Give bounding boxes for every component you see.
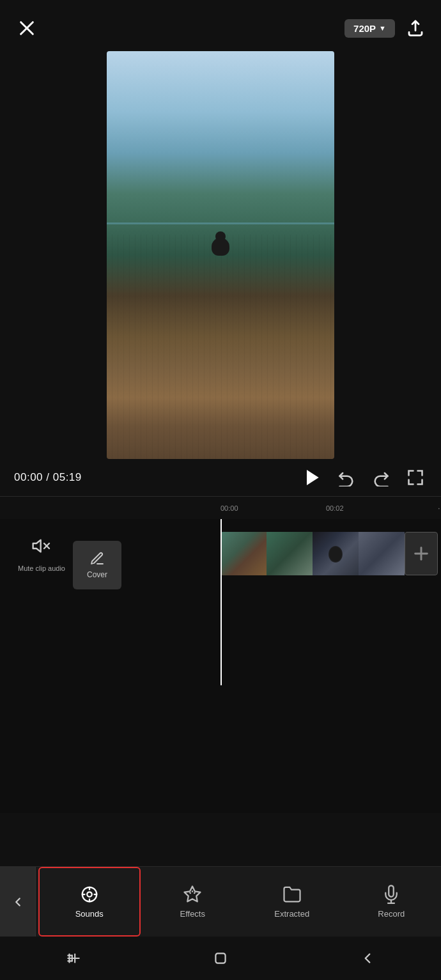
svg-line-13 [194, 893, 195, 894]
top-right-controls: 720P ▼ [344, 17, 427, 40]
playhead [220, 519, 222, 685]
strip-thumb-1 [220, 532, 267, 575]
video-strip [220, 532, 438, 575]
timeline-empty [0, 685, 441, 813]
export-button[interactable] [404, 17, 427, 40]
tab-extracted[interactable]: Extracted [242, 867, 342, 937]
strip-thumb-2 [267, 532, 313, 575]
timeline-tick-dot: · [438, 503, 440, 513]
strip-thumb-3 [313, 532, 359, 575]
effects-label: Effects [180, 909, 205, 919]
nav-back-button[interactable] [0, 867, 36, 937]
record-label: Record [378, 909, 405, 919]
mini-bird [329, 546, 343, 563]
tab-record[interactable]: Record [342, 867, 442, 937]
svg-line-12 [190, 893, 191, 894]
bird-body [212, 238, 229, 256]
total-time: 05:19 [53, 471, 82, 483]
bird-figure [208, 231, 233, 263]
system-home-button[interactable] [205, 945, 236, 971]
bottom-nav: Sounds Effects Extracted [0, 866, 441, 937]
horizon-line [107, 222, 334, 224]
undo-button[interactable] [335, 466, 358, 489]
timeline-tools: Mute clip audio Cover [0, 519, 128, 685]
quality-label: 720P [353, 23, 376, 34]
system-nav [0, 937, 441, 980]
strip-thumb-4 [359, 532, 405, 575]
playback-bar: 00:00 / 05:19 [0, 459, 441, 496]
mute-clip-tool[interactable]: Mute clip audio [18, 532, 65, 573]
mute-icon [27, 532, 56, 560]
timeline-header: 00:00 00:02 · [0, 496, 441, 519]
svg-marker-2 [307, 470, 319, 485]
tab-sounds[interactable]: Sounds [38, 867, 141, 937]
play-button[interactable] [300, 466, 323, 489]
sand-overlay [107, 235, 334, 459]
timeline-area: Mute clip audio Cover [0, 519, 441, 685]
chevron-down-icon: ▼ [379, 24, 386, 32]
fullscreen-button[interactable] [404, 466, 427, 489]
time-display: 00:00 / 05:19 [14, 471, 82, 484]
add-clip-button[interactable] [405, 532, 438, 575]
svg-marker-3 [33, 540, 41, 552]
redo-button[interactable] [369, 466, 392, 489]
svg-marker-10 [185, 887, 201, 902]
cover-label: Cover [87, 570, 107, 579]
top-bar: 720P ▼ [0, 0, 441, 51]
extracted-label: Extracted [274, 909, 309, 919]
timeline-tick-start: 00:00 [220, 504, 238, 512]
system-back-button[interactable] [352, 945, 383, 971]
timeline-tick-mid: 00:02 [326, 504, 344, 512]
svg-point-9 [87, 892, 92, 897]
video-preview [107, 51, 334, 459]
mute-label: Mute clip audio [18, 564, 65, 573]
system-menu-button[interactable] [58, 945, 89, 971]
sounds-label: Sounds [75, 909, 104, 919]
close-button[interactable] [14, 15, 40, 41]
current-time: 00:00 [14, 471, 43, 483]
svg-rect-22 [215, 953, 225, 963]
playback-controls [300, 466, 427, 489]
nav-tabs: Sounds Effects Extracted [36, 867, 441, 937]
tab-effects[interactable]: Effects [143, 867, 243, 937]
cover-button[interactable]: Cover [73, 541, 121, 589]
quality-selector[interactable]: 720P ▼ [344, 19, 395, 38]
